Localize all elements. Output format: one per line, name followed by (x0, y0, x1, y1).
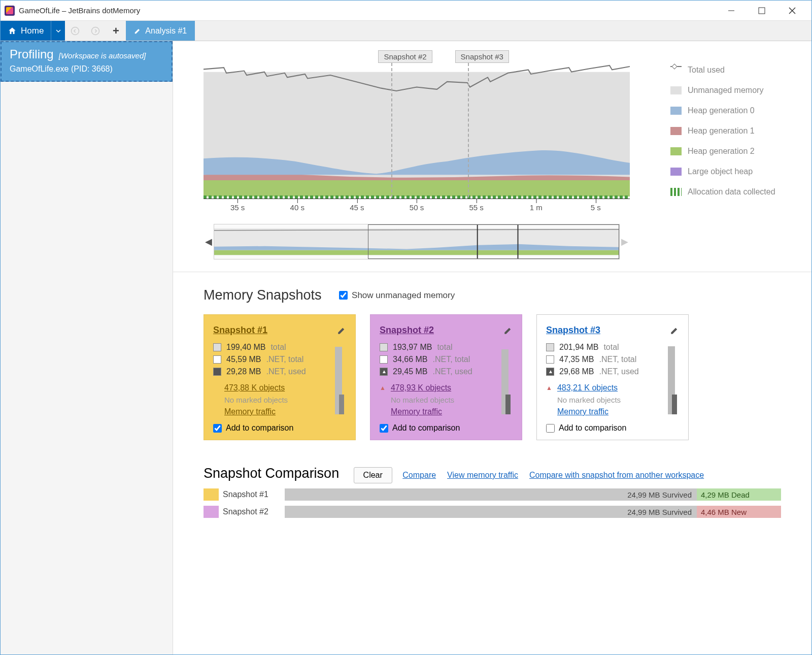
tick: 35 s (230, 203, 245, 212)
svg-point-5 (92, 27, 99, 35)
legend-gen0: Heap generation 0 (688, 106, 755, 115)
tab-label: Analysis #1 (145, 26, 187, 36)
comparison-heading: Snapshot Comparison (204, 466, 339, 481)
snapshot-title[interactable]: Snapshot #1 (213, 325, 267, 336)
snapshot-bar-vis (501, 335, 515, 414)
home-icon (8, 26, 17, 36)
app-icon (5, 6, 15, 16)
legend-gen1: Heap generation 1 (688, 126, 755, 136)
objects-link[interactable]: 478,93 K objects (391, 383, 451, 392)
svg-point-4 (72, 27, 79, 35)
comparison-row: Snapshot #2 24,99 MB Survived 4,46 MB Ne… (204, 506, 781, 518)
show-unmanaged-checkbox[interactable]: Show unmanaged memory (339, 290, 455, 301)
memory-traffic-link[interactable]: Memory traffic (224, 407, 276, 416)
tick: 50 s (410, 203, 424, 212)
snapshots-section: Memory Snapshots Show unmanaged memory S… (173, 272, 811, 455)
sidebar: Profiling [Workspace is autosaved] GameO… (1, 41, 173, 654)
comparison-bar: 24,99 MB Survived (285, 506, 697, 518)
home-button[interactable]: Home (1, 21, 51, 41)
profiling-heading: Profiling (10, 47, 54, 61)
view-traffic-link[interactable]: View memory traffic (447, 471, 518, 480)
legend-total-used: Total used (688, 66, 725, 75)
objects-link[interactable]: 473,88 K objects (224, 383, 285, 392)
home-dropdown[interactable] (51, 21, 65, 41)
pencil-icon[interactable] (670, 326, 679, 335)
snapshot-bar-vis (668, 335, 681, 414)
comparison-tag: 4,29 MB Dead (697, 488, 781, 501)
snapshot-line-3 (468, 63, 469, 198)
snapshot-marker-3[interactable]: Snapshot #3 (455, 50, 509, 63)
comparison-name: Snapshot #2 (219, 507, 285, 516)
close-button[interactable] (777, 1, 807, 21)
tab-analysis-1[interactable]: Analysis #1 (126, 21, 195, 41)
svg-rect-1 (759, 8, 765, 14)
snapshot-card-2[interactable]: Snapshot #2 193,97 MBtotal 34,66 MB.NET,… (370, 314, 522, 440)
comparison-row: Snapshot #1 24,99 MB Survived 4,29 MB De… (204, 488, 781, 501)
comparison-swatch (204, 488, 219, 501)
tick: 5 s (591, 203, 601, 212)
comparison-section: Snapshot Comparison Clear Compare View m… (173, 455, 811, 528)
minimap-scroll-left[interactable]: ◀ (204, 236, 214, 247)
objects-link[interactable]: 483,21 K objects (557, 383, 618, 392)
profiling-session-box[interactable]: Profiling [Workspace is autosaved] GameO… (1, 41, 173, 82)
snapshot-title[interactable]: Snapshot #2 (380, 325, 434, 336)
legend-gen2: Heap generation 2 (688, 147, 755, 156)
snapshot-bar-vis (335, 335, 348, 414)
chart-legend: Total used Unmanaged memory Heap generat… (670, 66, 775, 208)
snapshots-heading: Memory Snapshots (204, 287, 322, 303)
window-title: GameOfLife – JetBrains dotMemory (19, 6, 716, 15)
snapshot-card-1[interactable]: Snapshot #1 199,40 MBtotal 45,59 MB.NET,… (204, 314, 356, 440)
comparison-bar: 24,99 MB Survived (285, 488, 697, 501)
compare-other-workspace-link[interactable]: Compare with snapshot from another works… (529, 471, 704, 480)
tick: 45 s (350, 203, 364, 212)
tick: 1 m (530, 203, 543, 212)
profiling-process: GameOfLife.exe (PID: 3668) (10, 64, 163, 74)
toolbar: Home + Analysis #1 (1, 21, 811, 41)
snapshot-cards: Snapshot #1 199,40 MBtotal 45,59 MB.NET,… (204, 314, 781, 440)
snapshot-marker-2[interactable]: Snapshot #2 (378, 50, 432, 63)
nav-forward-button[interactable] (85, 21, 106, 41)
comparison-tag: 4,46 MB New (697, 506, 781, 518)
home-label: Home (21, 26, 44, 36)
memory-timeline-chart[interactable]: Snapshot #2 Snapshot #3 35 s 40 s 45 s 5… (204, 50, 630, 213)
comparison-name: Snapshot #1 (219, 490, 285, 499)
pencil-icon (134, 27, 141, 35)
snapshot-title[interactable]: Snapshot #3 (546, 325, 600, 336)
compare-link[interactable]: Compare (402, 471, 436, 480)
chevron-down-icon (56, 28, 61, 34)
timeline-minimap[interactable]: ◀ ▶ (204, 222, 630, 261)
timeline-chart-wrap: Snapshot #2 Snapshot #3 35 s 40 s 45 s 5… (204, 50, 811, 213)
add-to-comparison[interactable]: Add to comparison (380, 423, 513, 433)
minimize-button[interactable] (716, 1, 747, 21)
show-unmanaged-input[interactable] (339, 291, 348, 300)
show-unmanaged-label: Show unmanaged memory (352, 290, 455, 301)
tick: 40 s (290, 203, 304, 212)
profiling-autosave-note: [Workspace is autosaved] (59, 51, 146, 60)
legend-unmanaged: Unmanaged memory (688, 86, 763, 95)
snapshot-card-3[interactable]: Snapshot #3 201,94 MBtotal 47,35 MB.NET,… (536, 314, 689, 440)
clear-button[interactable]: Clear (354, 467, 392, 483)
add-to-comparison[interactable]: Add to comparison (546, 423, 679, 433)
new-tab-button[interactable]: + (106, 21, 126, 41)
snapshot-line-2 (391, 63, 392, 198)
title-bar: GameOfLife – JetBrains dotMemory (1, 1, 811, 21)
marked-objects: No marked objects (391, 396, 513, 404)
minimap-selection[interactable] (368, 224, 619, 259)
timeline-axis: 35 s 40 s 45 s 50 s 55 s 1 m 5 s (204, 199, 630, 213)
marked-objects: No marked objects (557, 396, 679, 404)
legend-loh: Large object heap (688, 167, 753, 176)
nav-back-button[interactable] (65, 21, 85, 41)
maximize-button[interactable] (747, 1, 777, 21)
comparison-swatch (204, 506, 219, 518)
marked-objects: No marked objects (224, 396, 346, 404)
tick: 55 s (469, 203, 483, 212)
pencil-icon[interactable] (337, 326, 346, 335)
memory-traffic-link[interactable]: Memory traffic (557, 407, 608, 416)
legend-alloc: Allocation data collected (688, 187, 775, 196)
minimap-view[interactable] (214, 224, 620, 259)
minimap-scroll-right[interactable]: ▶ (620, 236, 630, 247)
main-content: Snapshot #2 Snapshot #3 35 s 40 s 45 s 5… (173, 41, 811, 654)
memory-traffic-link[interactable]: Memory traffic (391, 407, 442, 416)
pencil-icon[interactable] (503, 326, 513, 335)
add-to-comparison[interactable]: Add to comparison (213, 423, 346, 433)
